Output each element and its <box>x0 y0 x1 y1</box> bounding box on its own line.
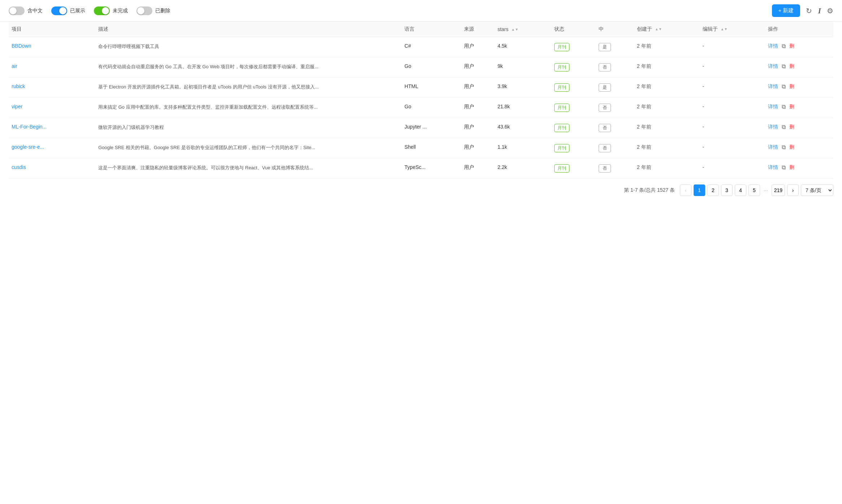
copy-button-5[interactable]: ⧉ <box>782 144 786 151</box>
cell-actions-1: 详情 ⧉ 删 <box>765 57 833 78</box>
cell-source-5: 用户 <box>461 138 495 158</box>
table-container: 项目 描述 语言 来源 stars ▲▼ 状态 中 创建于 ▲▼ 编辑于 ▲▼ … <box>0 22 842 179</box>
cell-stars-3: 21.8k <box>495 98 551 118</box>
page-5-button[interactable]: 5 <box>748 184 760 196</box>
pagination-dots: ··· <box>762 187 769 193</box>
col-edited[interactable]: 编辑于 ▲▼ <box>700 22 765 37</box>
table-row: rubick 基于 Electron 开发的开源插件化工具箱。起初项目作者是 u… <box>9 78 833 98</box>
cell-desc-0: 命令行哔哩哔哩视频下载工具 <box>95 37 402 57</box>
delete-button-6[interactable]: 删 <box>789 164 794 171</box>
project-link-6[interactable]: cusdis <box>12 164 26 170</box>
cell-source-2: 用户 <box>461 78 495 98</box>
col-actions: 操作 <box>765 22 833 37</box>
cell-status-6: 月刊 <box>551 158 596 179</box>
detail-button-1[interactable]: 详情 <box>768 63 778 70</box>
cell-status-4: 月刊 <box>551 118 596 138</box>
new-button[interactable]: + 新建 <box>772 4 800 17</box>
cell-stars-0: 4.5k <box>495 37 551 57</box>
delete-button-0[interactable]: 删 <box>789 43 794 49</box>
detail-button-5[interactable]: 详情 <box>768 144 778 151</box>
col-status: 状态 <box>551 22 596 37</box>
page-4-button[interactable]: 4 <box>735 184 746 196</box>
toggle-chinese-knob <box>9 7 17 14</box>
project-link-0[interactable]: BBDown <box>12 43 31 49</box>
zh-badge-0: 是 <box>599 43 611 51</box>
page-1-button[interactable]: 1 <box>694 184 705 196</box>
delete-button-4[interactable]: 删 <box>789 124 794 130</box>
status-badge-6: 月刊 <box>554 164 569 173</box>
cell-edited-3: - <box>700 98 765 118</box>
col-stars[interactable]: stars ▲▼ <box>495 22 551 37</box>
cell-desc-1: 有代码变动就会自动重启服务的 Go 工具。在开发 Go Web 项目时，每次修改… <box>95 57 402 78</box>
page-size-select[interactable]: 7 条/页 10 条/页 20 条/页 50 条/页 <box>801 184 833 196</box>
cell-created-2: 2 年前 <box>634 78 700 98</box>
cell-project-2: rubick <box>9 78 95 98</box>
cell-actions-4: 详情 ⧉ 删 <box>765 118 833 138</box>
cell-actions-3: 详情 ⧉ 删 <box>765 98 833 118</box>
stars-sort-arrows: ▲▼ <box>511 28 518 31</box>
detail-button-6[interactable]: 详情 <box>768 164 778 171</box>
copy-button-4[interactable]: ⧉ <box>782 124 786 130</box>
zh-badge-1: 否 <box>599 63 611 71</box>
detail-button-3[interactable]: 详情 <box>768 104 778 110</box>
toggle-displayed[interactable] <box>51 6 67 15</box>
project-link-4[interactable]: ML-For-Begin... <box>12 124 47 130</box>
toggle-incomplete[interactable] <box>94 6 110 15</box>
col-zh: 中 <box>596 22 634 37</box>
cell-project-0: BBDown <box>9 37 95 57</box>
detail-button-0[interactable]: 详情 <box>768 43 778 49</box>
delete-button-3[interactable]: 删 <box>789 104 794 110</box>
project-link-1[interactable]: air <box>12 63 17 69</box>
copy-button-6[interactable]: ⧉ <box>782 164 786 171</box>
status-badge-0: 月刊 <box>554 43 569 51</box>
created-sort-arrows: ▲▼ <box>655 27 662 31</box>
copy-button-2[interactable]: ⧉ <box>782 83 786 90</box>
col-source: 来源 <box>461 22 495 37</box>
project-link-5[interactable]: google-sre-e... <box>12 144 44 150</box>
page-2-button[interactable]: 2 <box>707 184 719 196</box>
cell-desc-3: 用来搞定 Go 应用中配置的库。支持多种配置文件类型、监控并重新加载配置文件、远… <box>95 98 402 118</box>
status-badge-3: 月刊 <box>554 104 569 112</box>
status-badge-5: 月刊 <box>554 144 569 152</box>
zh-badge-4: 否 <box>599 124 611 132</box>
copy-button-3[interactable]: ⧉ <box>782 104 786 110</box>
table-row: ML-For-Begin... 微软开源的入门级机器学习教程 Jupyter .… <box>9 118 833 138</box>
col-lang: 语言 <box>402 22 461 37</box>
cell-edited-6: - <box>700 158 765 179</box>
detail-button-2[interactable]: 详情 <box>768 83 778 90</box>
toggle-deleted[interactable] <box>136 6 152 15</box>
last-page-button[interactable]: 219 <box>772 184 785 196</box>
cell-stars-4: 43.6k <box>495 118 551 138</box>
page-3-button[interactable]: 3 <box>721 184 733 196</box>
cell-project-1: air <box>9 57 95 78</box>
copy-button-1[interactable]: ⧉ <box>782 63 786 70</box>
toggle-deleted-knob <box>137 7 144 14</box>
col-created[interactable]: 创建于 ▲▼ <box>634 22 700 37</box>
detail-button-4[interactable]: 详情 <box>768 124 778 130</box>
cell-lang-4: Jupyter ... <box>402 118 461 138</box>
delete-button-5[interactable]: 删 <box>789 144 794 151</box>
cell-source-3: 用户 <box>461 98 495 118</box>
refresh-icon[interactable]: ↻ <box>806 6 812 15</box>
cell-created-6: 2 年前 <box>634 158 700 179</box>
cell-edited-0: - <box>700 37 765 57</box>
cell-zh-1: 否 <box>596 57 634 78</box>
cell-created-4: 2 年前 <box>634 118 700 138</box>
table-row: air 有代码变动就会自动重启服务的 Go 工具。在开发 Go Web 项目时，… <box>9 57 833 78</box>
next-page-button[interactable]: › <box>787 184 799 196</box>
copy-button-0[interactable]: ⧉ <box>782 43 786 49</box>
status-badge-4: 月刊 <box>554 124 569 132</box>
settings-icon[interactable]: ⚙ <box>827 6 833 15</box>
cell-project-6: cusdis <box>9 158 95 179</box>
text-size-icon[interactable]: I <box>818 6 821 16</box>
cell-created-3: 2 年前 <box>634 98 700 118</box>
cell-desc-4: 微软开源的入门级机器学习教程 <box>95 118 402 138</box>
toggle-chinese[interactable] <box>9 6 25 15</box>
toggle-chinese-label: 含中文 <box>27 8 43 14</box>
prev-page-button[interactable]: ‹ <box>680 184 691 196</box>
project-link-3[interactable]: viper <box>12 104 22 109</box>
delete-button-2[interactable]: 删 <box>789 83 794 90</box>
delete-button-1[interactable]: 删 <box>789 63 794 70</box>
pagination: 第 1-7 条/总共 1527 条 ‹ 1 2 3 4 5 ··· 219 › … <box>0 179 842 202</box>
project-link-2[interactable]: rubick <box>12 83 25 89</box>
